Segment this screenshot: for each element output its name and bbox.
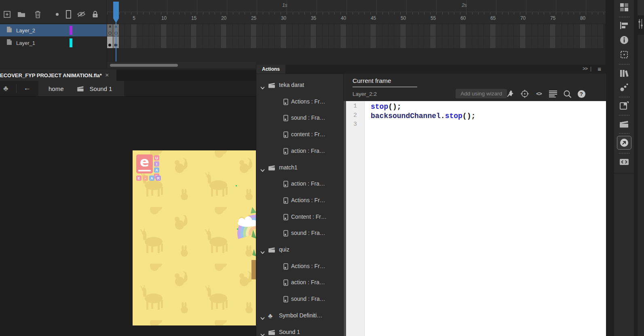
frame-cell[interactable]	[448, 24, 454, 36]
tree-item[interactable]: action : Fra…	[256, 278, 343, 288]
frame-cell[interactable]	[245, 36, 251, 48]
frame-cell[interactable]	[263, 36, 269, 48]
frame-cell[interactable]	[400, 36, 406, 48]
frame-cell[interactable]	[376, 36, 382, 48]
frame-cell[interactable]	[269, 24, 275, 36]
dock-drag-handle[interactable]	[619, 115, 629, 116]
frame-cell[interactable]	[125, 36, 131, 48]
add-frame-icon[interactable]	[2, 10, 11, 19]
frame-cell[interactable]	[460, 36, 466, 48]
frame-cell[interactable]	[239, 36, 245, 48]
frame-cell[interactable]	[346, 24, 353, 36]
frame-cell[interactable]	[580, 24, 586, 36]
pin-script-icon[interactable]	[506, 89, 515, 98]
format-code-icon[interactable]	[549, 89, 557, 98]
breadcrumb-symbol[interactable]: Sound 1	[90, 85, 112, 92]
frame-cell[interactable]	[394, 36, 400, 48]
frame-cell[interactable]	[185, 36, 191, 48]
frame-cell[interactable]	[430, 24, 436, 36]
timeline-hscrollbar-thumb[interactable]	[110, 64, 178, 67]
tree-group[interactable]: ♣Symbol Definiti…	[256, 311, 343, 321]
frame-cell[interactable]	[304, 36, 310, 48]
frame-cell[interactable]	[221, 36, 227, 48]
frame-cell[interactable]	[257, 36, 263, 48]
frame-cell[interactable]	[233, 24, 239, 36]
frame-cell[interactable]	[568, 36, 574, 48]
tree-group[interactable]: Sound 1	[256, 328, 343, 336]
back-arrow-icon[interactable]: ←	[23, 84, 31, 92]
dock-drag-handle[interactable]	[619, 153, 629, 154]
frame-cell[interactable]	[544, 24, 550, 36]
frame-cell[interactable]	[526, 36, 532, 48]
frame-cell[interactable]	[340, 24, 346, 36]
chevron-down-icon[interactable]	[260, 315, 265, 322]
frame-cell[interactable]	[568, 24, 574, 36]
frame-cell[interactable]	[400, 24, 406, 36]
frame-cell[interactable]	[442, 36, 448, 48]
frame-cell[interactable]	[293, 36, 299, 48]
frame-cell[interactable]	[580, 36, 586, 48]
hide-layer-icon[interactable]	[77, 10, 86, 19]
frame-cell[interactable]	[370, 24, 376, 36]
dock-particles-icon[interactable]	[617, 81, 631, 93]
frame-cell[interactable]	[370, 36, 376, 48]
frame-cell[interactable]	[209, 36, 215, 48]
dock-library-icon[interactable]	[617, 67, 631, 79]
dock-expand-icon[interactable]	[617, 136, 631, 150]
frame-cell[interactable]	[191, 36, 197, 48]
tree-item[interactable]: sound : Fra…	[256, 114, 343, 123]
dock-drag-handle[interactable]	[619, 133, 629, 134]
frame-cell[interactable]	[394, 24, 400, 36]
frame-cell[interactable]	[359, 24, 365, 36]
frame-cell[interactable]	[329, 24, 335, 36]
frame-cell[interactable]	[389, 36, 395, 48]
frame-cell[interactable]	[340, 36, 346, 48]
dock-bookmark-icon[interactable]	[617, 99, 631, 112]
frame-cell[interactable]	[197, 24, 203, 36]
frame-cell[interactable]	[155, 24, 161, 36]
frame-cell[interactable]	[310, 24, 317, 36]
frame-cell[interactable]	[514, 24, 520, 36]
frame-cell[interactable]	[274, 24, 281, 36]
chevron-down-icon[interactable]	[260, 167, 265, 174]
timeline-frame-ruler[interactable]: 5101520253035404550556065707580	[107, 12, 606, 23]
outline-layer-icon[interactable]	[64, 10, 73, 19]
frame-cell[interactable]	[382, 36, 389, 48]
frame-cell[interactable]	[466, 24, 472, 36]
tree-item[interactable]: Actions : Fr…	[256, 196, 343, 206]
frame-cell[interactable]	[149, 36, 155, 48]
frame-cell[interactable]	[550, 36, 556, 48]
frame-cell[interactable]	[508, 36, 514, 48]
symbols-clubs-icon[interactable]: ♣	[3, 84, 8, 93]
frame-cell[interactable]	[532, 36, 538, 48]
frame-cell[interactable]	[448, 36, 454, 48]
frame-cell[interactable]	[412, 24, 418, 36]
frame-cell[interactable]	[317, 24, 323, 36]
search-icon[interactable]	[563, 89, 572, 98]
frame-cell[interactable]	[119, 24, 125, 36]
frame-cell[interactable]	[406, 24, 412, 36]
frame-cell[interactable]	[334, 36, 340, 48]
document-tab[interactable]: ECOVER_FYP PROJECT ANIMATION.fla* ✕	[0, 70, 116, 81]
tree-item[interactable]: Content : Fr…	[256, 213, 343, 222]
frame-cell[interactable]	[281, 24, 287, 36]
frame-cell[interactable]	[508, 24, 514, 36]
tree-group[interactable]: quiz	[256, 245, 343, 255]
frame-cell[interactable]	[227, 36, 233, 48]
frame-cell[interactable]	[436, 36, 442, 48]
frame-cell[interactable]	[496, 36, 502, 48]
tree-item[interactable]: sound : Fra…	[256, 229, 343, 239]
frame-cell[interactable]	[532, 24, 538, 36]
dock-grid-icon[interactable]	[617, 1, 631, 13]
frame-cell[interactable]	[574, 36, 580, 48]
frame-cell[interactable]	[203, 36, 209, 48]
frame-cell[interactable]	[562, 24, 568, 36]
frame-cell[interactable]	[586, 24, 592, 36]
frame-cell[interactable]	[502, 24, 508, 36]
frame-cell[interactable]	[466, 36, 472, 48]
highlight-layer-icon[interactable]	[53, 10, 61, 19]
frame-cell[interactable]	[334, 24, 340, 36]
frame-cell[interactable]	[197, 36, 203, 48]
frame-cell[interactable]	[353, 36, 359, 48]
tree-item[interactable]: Actions : Fr…	[256, 97, 343, 107]
